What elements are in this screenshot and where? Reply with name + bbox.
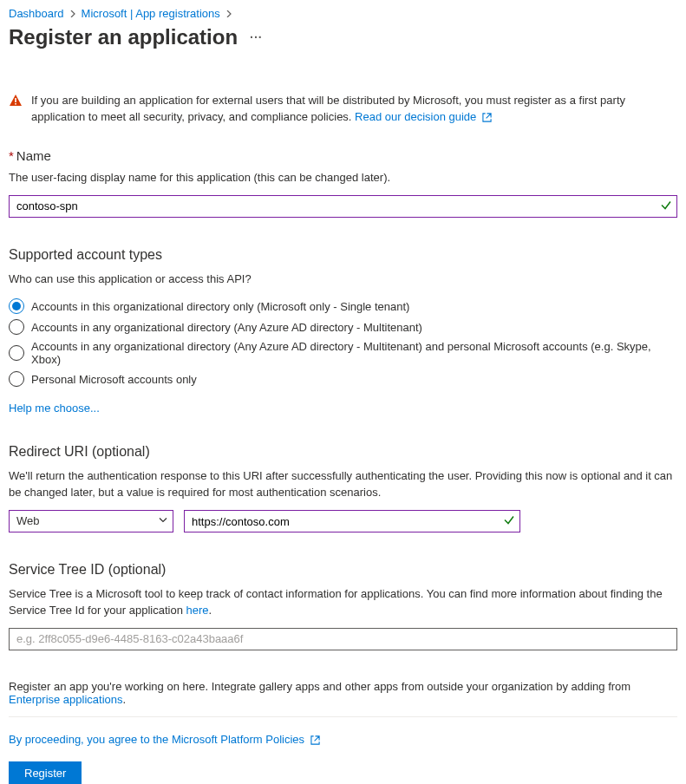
external-link-icon (482, 113, 492, 122)
account-types-radio-group: Accounts in this organizational director… (9, 296, 677, 389)
account-types-heading: Supported account types (9, 247, 677, 263)
radio-single-tenant[interactable]: Accounts in this organizational director… (9, 296, 677, 317)
radio-personal-only[interactable]: Personal Microsoft accounts only (9, 369, 677, 389)
page-title: Register an application ··· (9, 25, 677, 49)
service-tree-here-link[interactable]: here (186, 604, 209, 617)
platform-select-value: Web (9, 510, 173, 532)
redirect-help: We'll return the authentication response… (9, 468, 677, 501)
radio-icon (9, 298, 24, 314)
divider (9, 716, 677, 717)
chevron-right-icon (69, 7, 76, 20)
radio-multitenant-personal[interactable]: Accounts in any organizational directory… (9, 337, 677, 369)
name-label: *Name (9, 148, 677, 163)
breadcrumb: Dashboard Microsoft | App registrations (9, 0, 677, 23)
more-actions-icon[interactable]: ··· (250, 30, 263, 44)
account-types-subtext: Who can use this application or access t… (9, 271, 677, 288)
account-types-section: Supported account types Who can use this… (9, 247, 677, 415)
required-mark: * (9, 148, 14, 163)
redirect-uri-input[interactable] (184, 510, 520, 532)
decision-guide-link[interactable]: Read our decision guide (355, 110, 492, 123)
radio-icon (9, 345, 24, 361)
radio-label: Accounts in this organizational director… (31, 300, 409, 313)
register-button[interactable]: Register (9, 761, 82, 784)
radio-icon (9, 371, 24, 387)
radio-label: Personal Microsoft accounts only (31, 373, 197, 386)
radio-multitenant[interactable]: Accounts in any organizational directory… (9, 317, 677, 337)
service-tree-section: Service Tree ID (optional) Service Tree … (9, 562, 677, 650)
service-tree-help: Service Tree is a Microsoft tool to keep… (9, 586, 677, 619)
service-tree-input[interactable] (9, 628, 677, 650)
platform-select[interactable]: Web (9, 510, 173, 532)
redirect-uri-section: Redirect URI (optional) We'll return the… (9, 444, 677, 532)
breadcrumb-dashboard[interactable]: Dashboard (9, 7, 64, 20)
name-help: The user-facing display name for this ap… (9, 170, 677, 186)
name-section: *Name The user-facing display name for t… (9, 148, 677, 218)
service-tree-heading: Service Tree ID (optional) (9, 562, 677, 578)
chevron-right-icon (225, 7, 232, 20)
warning-text: If you are building an application for e… (31, 93, 677, 126)
warning-icon (9, 94, 23, 110)
redirect-heading: Redirect URI (optional) (9, 444, 677, 460)
enterprise-apps-link[interactable]: Enterprise applications (9, 693, 123, 706)
radio-icon (9, 319, 24, 335)
svg-rect-1 (15, 103, 16, 105)
svg-rect-0 (15, 98, 16, 102)
radio-label: Accounts in any organizational directory… (31, 340, 677, 366)
external-link-icon (310, 735, 320, 745)
radio-label: Accounts in any organizational directory… (31, 321, 422, 334)
warning-banner: If you are building an application for e… (9, 93, 677, 126)
footer-note: Register an app you're working on here. … (9, 680, 677, 706)
breadcrumb-app-registrations[interactable]: Microsoft | App registrations (82, 7, 220, 20)
platform-policies-link[interactable]: By proceeding, you agree to the Microsof… (9, 733, 320, 746)
help-me-choose-link[interactable]: Help me choose... (9, 402, 100, 415)
name-input[interactable] (9, 195, 677, 218)
